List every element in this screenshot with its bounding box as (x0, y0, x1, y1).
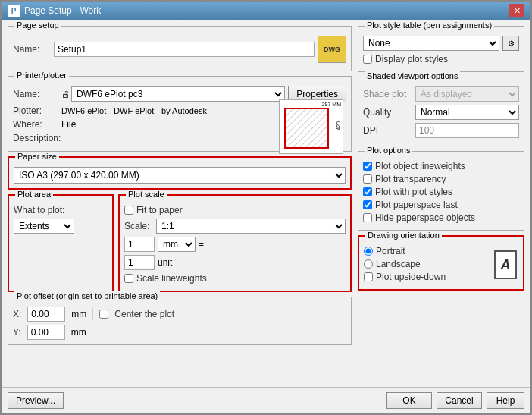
preview-button[interactable]: Preview... (8, 392, 64, 409)
dpi-label: DPI (363, 125, 412, 136)
equals-sign: = (199, 239, 204, 250)
plot-style-table-button[interactable]: ⚙ (502, 36, 519, 51)
plot-style-select[interactable]: None acad.ctb monochrome.ctb (363, 36, 499, 51)
page-setup-group: Page setup Name: DWG (8, 26, 352, 71)
plot-lineweights-label: Plot object lineweights (375, 161, 465, 171)
paper-size-group: Paper size ISO A3 (297.00 x 420.00 MM) (8, 156, 352, 190)
plot-offset-title: Plot offset (origin set to printable are… (14, 291, 160, 300)
scale-lineweights-label: Scale lineweights (136, 273, 207, 284)
shade-plot-label: Shade plot (363, 89, 412, 99)
display-plot-styles-label: Display plot styles (375, 54, 448, 64)
center-plot-label: Center the plot (114, 309, 174, 319)
y-label: Y: (13, 327, 21, 338)
landscape-label: Landscape (376, 259, 421, 269)
x-offset-input[interactable] (27, 307, 65, 322)
scale-label: Scale: (124, 221, 153, 231)
dialog-title: Page Setup - Work (24, 5, 101, 16)
plot-upside-down-checkbox[interactable] (364, 272, 373, 281)
right-panel: Plot style table (pen assignments) None … (358, 26, 524, 381)
y-offset-input[interactable] (27, 325, 65, 340)
scale-lineweights-checkbox[interactable] (124, 274, 133, 283)
plot-with-styles-label: Plot with plot styles (375, 187, 452, 197)
scale-select[interactable]: 1:1 1:2 2:1 (156, 219, 346, 234)
bottom-bar: Preview... OK Cancel Help (2, 387, 530, 413)
scale-value2-input[interactable] (124, 255, 155, 270)
name-input[interactable] (54, 42, 315, 57)
cancel-button[interactable]: Cancel (437, 392, 482, 409)
paper-size-title: Paper size (15, 152, 59, 161)
scale-value1-input[interactable] (124, 237, 155, 252)
dpi-input[interactable] (415, 123, 519, 138)
fit-to-paper-label: Fit to paper (136, 205, 183, 215)
paper-preview: 297 MM 420 (279, 99, 343, 154)
shaded-viewport-group: Shaded viewport options Shade plot As di… (358, 77, 524, 146)
scale-unit1-select[interactable]: mm inches (158, 237, 196, 252)
name-label: Name: (13, 44, 51, 55)
svg-rect-1 (286, 109, 327, 147)
plotter-value: DWF6 ePlot - DWF ePlot - by Autodesk (61, 106, 207, 115)
plot-area-title: Plot area (15, 190, 53, 199)
ok-button[interactable]: OK (386, 392, 432, 409)
plot-with-styles-checkbox[interactable] (363, 187, 372, 196)
plot-scale-title: Plot scale (126, 190, 167, 199)
printer-select[interactable]: DWF6 ePlot.pc3 (71, 86, 285, 102)
fit-to-paper-checkbox[interactable] (124, 206, 133, 215)
center-plot-checkbox[interactable] (99, 310, 108, 319)
plot-transparency-checkbox[interactable] (363, 174, 372, 184)
unit-label: unit (158, 257, 172, 268)
printer-plotter-title: Printer/plotter (14, 71, 69, 80)
what-to-plot-label: What to plot: (14, 205, 64, 215)
hide-paperspace-label: Hide paperspace objects (375, 212, 475, 223)
landscape-radio[interactable] (364, 259, 373, 269)
plot-options-title: Plot options (365, 146, 412, 155)
printer-name-label: Name: (13, 89, 58, 99)
x-label: X: (13, 309, 21, 319)
plotter-label: Plotter: (13, 105, 58, 116)
portrait-radio[interactable] (364, 247, 373, 256)
plot-upside-down-label: Plot upside-down (376, 272, 446, 282)
dwg-icon: DWG (318, 36, 346, 63)
quality-label: Quality (363, 107, 412, 118)
quality-select[interactable]: Normal Draft Preview (415, 105, 519, 120)
close-button[interactable]: ✕ (509, 4, 524, 17)
printer-plotter-group: Printer/plotter Name: 🖨 DWF6 ePlot.pc3 P… (8, 76, 352, 152)
help-button[interactable]: Help (487, 392, 524, 409)
plot-options-group: Plot options Plot object lineweights Plo… (358, 151, 524, 231)
app-icon: P (8, 5, 20, 17)
separator (92, 308, 93, 320)
plot-style-table-title: Plot style table (pen assignments) (365, 20, 494, 30)
plot-lineweights-checkbox[interactable] (363, 162, 372, 171)
portrait-icon: A (494, 250, 517, 279)
drawing-orientation-title: Drawing orientation (365, 231, 442, 240)
preview-border (284, 108, 329, 149)
title-bar: P Page Setup - Work ✕ (2, 2, 530, 20)
display-plot-styles-checkbox[interactable] (363, 55, 372, 64)
plot-paperspace-last-label: Plot paperspace last (375, 200, 458, 210)
where-value: File (61, 119, 76, 130)
plot-offset-group: Plot offset (origin set to printable are… (8, 297, 352, 345)
plot-paperspace-last-checkbox[interactable] (363, 200, 372, 209)
plot-area-group: Plot area What to plot: Extents Display … (8, 194, 114, 292)
what-to-plot-select[interactable]: Extents Display Layout Window (14, 219, 74, 234)
description-label: Description: (13, 133, 58, 143)
hide-paperspace-checkbox[interactable] (363, 213, 372, 222)
printer-type-icon: 🖨 (61, 90, 70, 99)
plot-style-table-group: Plot style table (pen assignments) None … (358, 26, 524, 72)
where-label: Where: (13, 119, 58, 130)
shaded-viewport-title: Shaded viewport options (365, 71, 460, 80)
x-unit: mm (71, 309, 86, 319)
page-setup-title: Page setup (14, 20, 61, 30)
portrait-label: Portrait (376, 246, 405, 256)
shade-plot-select[interactable]: As displayed (415, 86, 519, 102)
left-panel: Page setup Name: DWG Printer/plotter Nam… (8, 26, 352, 381)
y-unit: mm (71, 327, 86, 338)
plot-transparency-label: Plot transparency (375, 174, 446, 184)
middle-row: Plot area What to plot: Extents Display … (8, 194, 352, 292)
plot-scale-group: Plot scale Fit to paper Scale: 1:1 1:2 2… (118, 194, 352, 292)
preview-mm-top: 297 MM (322, 102, 341, 107)
preview-mm-side: 420 (336, 121, 341, 130)
hatch-svg (286, 109, 327, 147)
paper-size-select[interactable]: ISO A3 (297.00 x 420.00 MM) (14, 167, 346, 184)
dialog-page-setup: P Page Setup - Work ✕ Page setup Name: D… (0, 0, 532, 415)
drawing-orientation-group: Drawing orientation Portrait Landscape P… (358, 235, 524, 291)
